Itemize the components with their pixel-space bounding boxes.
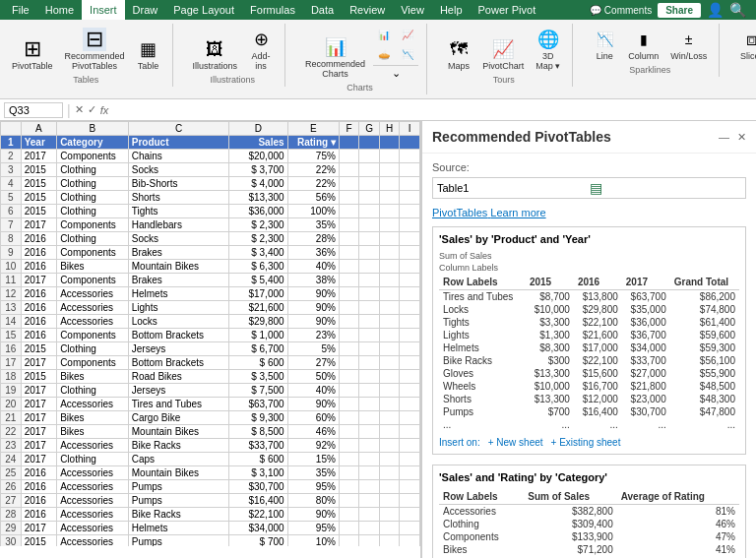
empty-cell[interactable] [359, 218, 380, 232]
cell[interactable]: 2017 [21, 439, 56, 453]
cell[interactable]: Components [57, 150, 129, 163]
cell[interactable]: 75% [287, 150, 339, 163]
cell[interactable]: 2017 [21, 150, 56, 163]
cell[interactable]: 2016 [21, 329, 56, 342]
pie-chart-button[interactable]: 🥧 [373, 45, 395, 63]
empty-cell[interactable] [339, 274, 359, 287]
empty-cell[interactable] [339, 177, 359, 191]
cell[interactable]: 15% [287, 453, 339, 466]
empty-cell[interactable] [359, 315, 380, 329]
empty-cell[interactable] [400, 246, 420, 260]
empty-cell[interactable] [379, 370, 400, 384]
empty-cell[interactable] [379, 494, 400, 508]
empty-cell[interactable] [400, 522, 420, 535]
cell[interactable]: Mountain Bikes [128, 466, 229, 480]
cell[interactable]: 90% [287, 398, 339, 411]
cell[interactable]: 23% [287, 329, 339, 342]
cell[interactable]: Accessories [57, 480, 129, 494]
empty-cell[interactable] [339, 466, 359, 480]
cell[interactable]: 2017 [21, 356, 56, 370]
cell[interactable]: Clothing [57, 191, 129, 205]
cell[interactable]: Clothing [57, 342, 129, 356]
cell[interactable]: Components [57, 274, 129, 287]
empty-cell[interactable] [339, 439, 359, 453]
cell[interactable]: $30,700 [229, 480, 287, 494]
cell[interactable]: 80% [287, 494, 339, 508]
cell[interactable]: $21,600 [229, 301, 287, 315]
cell[interactable]: 90% [287, 315, 339, 329]
cell[interactable]: $13,300 [229, 191, 287, 205]
empty-cell[interactable] [359, 356, 380, 370]
pivot-table-card-2[interactable]: 'Sales' and 'Rating' by 'Category' Row L… [432, 465, 746, 558]
cell[interactable]: 40% [287, 260, 339, 274]
cell[interactable]: Accessories [57, 466, 129, 480]
empty-cell[interactable] [379, 274, 400, 287]
column-sparkline-button[interactable]: ▮ Column [624, 26, 662, 63]
cell[interactable]: 92% [287, 439, 339, 453]
empty-cell[interactable] [379, 315, 400, 329]
empty-cell[interactable] [359, 439, 380, 453]
cell[interactable]: Jerseys [128, 342, 229, 356]
empty-cell[interactable] [379, 480, 400, 494]
add-ins-button[interactable]: ⊕ Add-ins [245, 26, 277, 73]
empty-cell[interactable] [359, 480, 380, 494]
empty-cell[interactable] [359, 425, 380, 439]
cell[interactable]: Brakes [128, 274, 229, 287]
empty-cell[interactable] [339, 260, 359, 274]
cell[interactable]: 22% [287, 163, 339, 177]
cell[interactable]: $ 3,700 [229, 163, 287, 177]
empty-cell[interactable] [359, 342, 380, 356]
cell[interactable]: 2017 [21, 411, 56, 425]
empty-cell[interactable] [400, 329, 420, 342]
empty-cell[interactable] [400, 535, 420, 547]
empty-cell[interactable] [339, 191, 359, 205]
existing-sheet-button[interactable]: + Existing sheet [551, 437, 621, 448]
tab-file[interactable]: File [4, 0, 37, 20]
cell[interactable]: $20,000 [229, 150, 287, 163]
line-sparkline-button[interactable]: 📉 Line [589, 26, 620, 63]
tab-insert[interactable]: Insert [82, 0, 125, 20]
cell[interactable]: $63,700 [229, 398, 287, 411]
empty-cell[interactable] [379, 356, 400, 370]
empty-cell[interactable] [359, 191, 380, 205]
empty-cell[interactable] [400, 466, 420, 480]
empty-cell[interactable] [339, 287, 359, 301]
cell[interactable]: $16,400 [229, 494, 287, 508]
empty-cell[interactable] [379, 398, 400, 411]
formula-cancel-icon[interactable]: ✕ [75, 103, 84, 116]
cell[interactable]: Bike Racks [128, 508, 229, 522]
cell[interactable]: Accessories [57, 439, 129, 453]
cell[interactable]: $ 8,500 [229, 425, 287, 439]
cell[interactable]: $ 6,300 [229, 260, 287, 274]
cell[interactable]: 2015 [21, 535, 56, 547]
empty-cell[interactable] [339, 535, 359, 547]
slicer-button[interactable]: ⧈ Slicer [735, 26, 756, 63]
cell[interactable]: $33,700 [229, 439, 287, 453]
cell[interactable]: Accessories [57, 522, 129, 535]
cell[interactable]: 2016 [21, 480, 56, 494]
cell[interactable]: Cargo Bike [128, 411, 229, 425]
comments-button[interactable]: 💬 Comments [590, 5, 652, 16]
cell[interactable]: $ 600 [229, 453, 287, 466]
empty-cell[interactable] [400, 218, 420, 232]
cell[interactable]: $ 700 [229, 535, 287, 547]
cell[interactable]: Clothing [57, 384, 129, 398]
empty-cell[interactable] [400, 508, 420, 522]
cell[interactable]: Helmets [128, 287, 229, 301]
cell[interactable]: 35% [287, 466, 339, 480]
cell[interactable]: Lights [128, 301, 229, 315]
empty-cell[interactable] [359, 384, 380, 398]
empty-cell[interactable] [400, 384, 420, 398]
cell[interactable]: Product [128, 136, 229, 150]
empty-cell[interactable] [359, 398, 380, 411]
empty-cell[interactable] [339, 342, 359, 356]
cell[interactable]: Rating ▾ [287, 136, 339, 150]
empty-cell[interactable] [359, 535, 380, 547]
tab-draw[interactable]: Draw [125, 0, 166, 20]
cell[interactable]: 60% [287, 411, 339, 425]
empty-cell[interactable] [359, 232, 380, 246]
empty-cell[interactable] [379, 150, 400, 163]
cell[interactable]: Clothing [57, 205, 129, 218]
cell[interactable]: Locks [128, 315, 229, 329]
empty-cell[interactable] [400, 260, 420, 274]
